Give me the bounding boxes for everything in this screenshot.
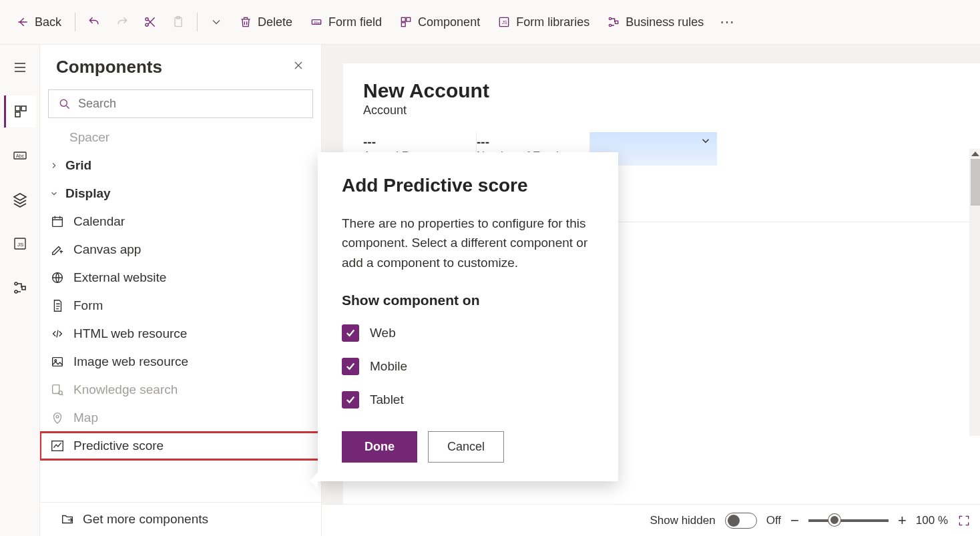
get-more-label: Get more components xyxy=(83,512,208,527)
components-panel: Components Spacer Grid Display Calendar … xyxy=(40,45,322,536)
rail-libraries[interactable]: JS xyxy=(4,228,36,260)
component-list[interactable]: Spacer Grid Display Calendar Canvas app … xyxy=(40,123,321,502)
svg-rect-15 xyxy=(21,106,26,111)
rail-rules[interactable] xyxy=(4,272,36,304)
chevron-down-icon xyxy=(49,189,59,198)
svg-rect-16 xyxy=(15,112,20,117)
zoom-out-button[interactable]: − xyxy=(790,512,799,529)
separator xyxy=(75,13,75,31)
component-label: Component xyxy=(418,15,480,29)
svg-text:Abc: Abc xyxy=(16,154,25,158)
canvas-scrollbar[interactable] xyxy=(969,149,980,436)
component-icon xyxy=(399,15,413,29)
chevron-down-icon xyxy=(700,135,712,150)
rail-fields[interactable]: Abc xyxy=(4,140,36,172)
checkbox-row-tablet[interactable]: Tablet xyxy=(342,391,594,409)
external-website-label: External website xyxy=(73,270,166,285)
cut-button[interactable] xyxy=(137,10,164,34)
group-grid[interactable]: Grid xyxy=(40,152,321,180)
form-field-icon: Abc xyxy=(310,15,323,29)
search-input[interactable] xyxy=(49,90,312,117)
scroll-thumb[interactable] xyxy=(971,159,980,206)
show-hidden-label: Show hidden xyxy=(650,514,715,527)
toggle-off-label: Off xyxy=(766,514,781,527)
arrow-left-icon xyxy=(16,15,29,29)
grid-label: Grid xyxy=(65,158,91,173)
fit-icon[interactable] xyxy=(957,514,971,527)
list-item-html-web-resource[interactable]: HTML web resource xyxy=(40,320,321,348)
form-label: Form xyxy=(73,298,103,313)
grid-icon xyxy=(13,103,29,119)
show-hidden-toggle[interactable] xyxy=(725,513,757,529)
svg-rect-25 xyxy=(53,218,63,227)
undo-button[interactable] xyxy=(81,10,107,34)
pin-icon xyxy=(50,411,65,425)
calendar-icon xyxy=(50,214,65,229)
list-item-canvas-app[interactable]: Canvas app xyxy=(40,236,321,264)
business-rules-button[interactable]: Business rules xyxy=(599,10,712,35)
scroll-up-icon xyxy=(971,152,979,156)
svg-text:Abc: Abc xyxy=(314,21,320,25)
rail-components[interactable] xyxy=(4,95,36,127)
spacer-label: Spacer xyxy=(69,130,109,145)
clipboard-icon xyxy=(172,15,185,29)
scissors-icon xyxy=(144,15,157,29)
back-button[interactable]: Back xyxy=(8,10,69,35)
globe-icon xyxy=(50,270,65,285)
list-item-map[interactable]: Map xyxy=(40,404,321,432)
overflow-button[interactable]: ⋯ xyxy=(713,8,741,36)
folder-arrow-icon xyxy=(60,512,75,527)
list-item-form[interactable]: Form xyxy=(40,292,321,320)
left-rail: Abc JS xyxy=(0,45,40,536)
list-item-predictive-score[interactable]: Predictive score xyxy=(40,432,321,460)
checkbox-web[interactable] xyxy=(342,324,359,342)
checkbox-tablet[interactable] xyxy=(342,391,359,409)
list-item-spacer[interactable]: Spacer xyxy=(40,123,321,152)
menu-icon xyxy=(12,59,28,75)
dialog-section-heading: Show component on xyxy=(342,292,594,308)
code-icon xyxy=(50,326,65,341)
list-item-knowledge-search[interactable]: Knowledge search xyxy=(40,376,321,404)
paste-button[interactable] xyxy=(165,10,192,34)
delete-button[interactable]: Delete xyxy=(231,10,300,35)
panel-close-button[interactable] xyxy=(292,59,305,76)
redo-icon xyxy=(115,15,129,29)
add-component-dialog: Add Predictive score There are no proper… xyxy=(318,152,618,481)
form-field-button[interactable]: Abc Form field xyxy=(302,10,390,35)
zoom-in-button[interactable]: + xyxy=(898,512,907,529)
redo-button[interactable] xyxy=(109,10,136,34)
list-item-image-web-resource[interactable]: Image web resource xyxy=(40,348,321,376)
list-item-calendar[interactable]: Calendar xyxy=(40,208,321,236)
trash-icon xyxy=(239,15,252,29)
more-dropdown[interactable] xyxy=(203,10,230,34)
chevron-down-icon xyxy=(210,15,223,29)
svg-rect-14 xyxy=(15,106,20,111)
checkbox-mobile[interactable] xyxy=(342,358,359,375)
display-label: Display xyxy=(65,186,111,201)
svg-point-1 xyxy=(146,23,148,26)
get-more-components[interactable]: Get more components xyxy=(40,502,321,536)
svg-point-12 xyxy=(609,24,611,26)
document-icon xyxy=(50,298,65,313)
form-field-label: Form field xyxy=(328,15,382,29)
annual-revenue-value: --- xyxy=(363,135,467,150)
list-item-external-website[interactable]: External website xyxy=(40,264,321,292)
close-icon xyxy=(292,59,305,72)
zoom-slider[interactable] xyxy=(808,519,889,522)
svg-point-24 xyxy=(60,99,67,106)
checkbox-row-web[interactable]: Web xyxy=(342,324,594,342)
hamburger-button[interactable] xyxy=(4,51,36,83)
zoom-value: 100 % xyxy=(916,514,948,527)
checkbox-row-mobile[interactable]: Mobile xyxy=(342,358,594,375)
image-web-resource-label: Image web resource xyxy=(73,354,188,369)
svg-text:JS: JS xyxy=(502,20,507,25)
done-button[interactable]: Done xyxy=(342,431,417,463)
component-button[interactable]: Component xyxy=(391,10,488,35)
cancel-button[interactable]: Cancel xyxy=(428,431,504,463)
rail-layers[interactable] xyxy=(4,184,36,216)
top-toolbar: Back Delete Abc Form field Component JS … xyxy=(0,0,980,45)
form-libraries-button[interactable]: JS Form libraries xyxy=(489,10,597,35)
search-icon xyxy=(58,97,71,111)
group-display[interactable]: Display xyxy=(40,180,321,208)
book-search-icon xyxy=(50,382,65,397)
